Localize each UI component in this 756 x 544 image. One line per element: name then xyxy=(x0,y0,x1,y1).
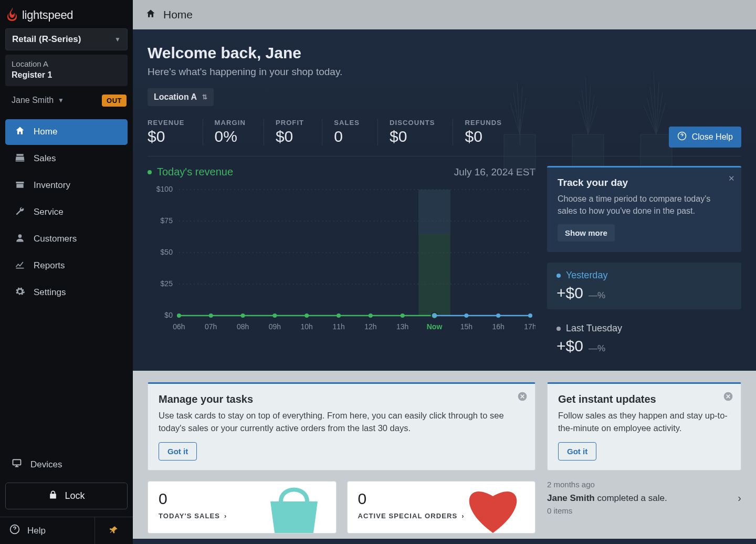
close-icon[interactable] xyxy=(517,391,528,404)
kpi-value: $0 xyxy=(148,128,185,145)
kpi-discounts: DISCOUNTS $0 xyxy=(390,119,453,145)
nav-label: Home xyxy=(34,127,57,137)
sort-icon: ⇅ xyxy=(202,93,207,101)
help-label: Help xyxy=(27,526,46,536)
close-icon[interactable] xyxy=(723,391,733,404)
close-icon[interactable]: ✕ xyxy=(728,174,735,183)
svg-text:08h: 08h xyxy=(237,322,249,331)
svg-point-24 xyxy=(337,313,341,318)
compare-label: Last Tuesday xyxy=(566,323,622,334)
chart-icon xyxy=(15,259,25,273)
kpi-value: 0 xyxy=(334,128,360,145)
svg-point-26 xyxy=(401,313,405,318)
bag-illustration xyxy=(252,482,336,533)
location-filter[interactable]: Location A ⇅ xyxy=(148,88,214,106)
clock-status-badge[interactable]: OUT xyxy=(102,95,127,107)
activity-text: Jane Smith completed a sale. xyxy=(547,493,667,504)
nav-service[interactable]: Service xyxy=(5,200,128,225)
track-your-day-tip: ✕ Track your day Choose a time period to… xyxy=(547,166,741,252)
card-title: Manage your tasks xyxy=(159,393,524,405)
pin-button[interactable] xyxy=(95,517,133,544)
nav-label: Service xyxy=(34,207,64,217)
person-icon xyxy=(15,233,25,246)
svg-text:$50: $50 xyxy=(161,248,173,256)
kpi-value: 0% xyxy=(215,128,246,145)
legend-dot-icon xyxy=(148,170,152,174)
location-register-card[interactable]: Location A Register 1 xyxy=(5,55,128,86)
question-icon xyxy=(677,131,687,143)
sidebar: lightspeed Retail (R-Series) ▼ Location … xyxy=(0,0,133,544)
nav-reports[interactable]: Reports xyxy=(5,253,128,279)
manage-tasks-card: Manage your tasks Use task cards to stay… xyxy=(148,382,536,470)
caret-down-icon: ▼ xyxy=(114,36,121,43)
user-row: Jane Smith ▼ OUT xyxy=(0,86,133,115)
user-name-label: Jane Smith xyxy=(12,96,54,105)
tip-title: Track your day xyxy=(558,177,731,189)
main: Home Welcome back, Jane Here's what's ha… xyxy=(133,0,756,544)
lower-left-column: Manage your tasks Use task cards to stay… xyxy=(148,382,536,527)
nav-label: Inventory xyxy=(34,180,70,191)
activity-item[interactable]: 2 months ago Jane Smith completed a sale… xyxy=(547,480,741,515)
nav-devices[interactable]: Devices xyxy=(0,451,133,478)
got-it-button[interactable]: Got it xyxy=(159,442,197,461)
close-help-button[interactable]: Close Help xyxy=(669,127,741,148)
kpi-profit: PROFIT $0 xyxy=(276,119,322,145)
instant-updates-card: Get instant updates Follow sales as they… xyxy=(547,382,741,470)
chevron-right-icon: › xyxy=(224,512,227,520)
kpi-label: PROFIT xyxy=(276,119,304,127)
user-menu[interactable]: Jane Smith ▼ xyxy=(12,96,64,105)
content: Welcome back, Jane Here's what's happeni… xyxy=(133,29,756,544)
card-title: Get instant updates xyxy=(558,393,730,405)
nav-home[interactable]: Home xyxy=(5,119,128,145)
activity-time: 2 months ago xyxy=(547,480,741,489)
nav-settings[interactable]: Settings xyxy=(5,280,128,306)
legend-dot-icon xyxy=(556,327,561,331)
breadcrumb-bar: Home xyxy=(133,0,756,29)
active-special-orders-card[interactable]: 0 ACTIVE SPECIAL ORDERS › xyxy=(347,481,536,533)
compare-yesterday[interactable]: Yesterday +$0 —% xyxy=(547,263,741,309)
product-selector-label: Retail (R-Series) xyxy=(12,34,81,45)
got-it-button[interactable]: Got it xyxy=(558,442,596,461)
svg-rect-17 xyxy=(418,234,450,316)
svg-text:$75: $75 xyxy=(161,216,173,225)
svg-point-29 xyxy=(464,313,468,318)
compare-label: Yesterday xyxy=(566,270,607,281)
svg-point-23 xyxy=(304,313,309,318)
svg-text:07h: 07h xyxy=(205,322,217,331)
wrench-icon xyxy=(15,206,25,219)
svg-point-19 xyxy=(177,313,181,318)
tip-body: Choose a time period to compare today's … xyxy=(558,193,731,217)
gear-icon xyxy=(15,286,25,299)
svg-point-25 xyxy=(369,313,373,318)
kpi-label: REFUNDS xyxy=(465,119,502,127)
chart-legend: Today's revenue xyxy=(148,166,233,178)
compare-value: +$0 xyxy=(556,337,583,355)
caret-down-icon: ▼ xyxy=(58,97,64,104)
todays-sales-card[interactable]: 0 TODAY'S SALES › xyxy=(148,481,337,533)
home-icon xyxy=(145,8,156,22)
kpi-value: $0 xyxy=(390,128,435,145)
lock-button[interactable]: Lock xyxy=(5,483,128,509)
compare-pct: —% xyxy=(589,290,605,301)
breadcrumb-label: Home xyxy=(163,8,193,21)
svg-point-21 xyxy=(241,313,245,318)
summary-label: TODAY'S SALES xyxy=(159,512,220,520)
compare-last-tuesday[interactable]: Last Tuesday +$0 —% xyxy=(547,320,741,358)
nav-inventory[interactable]: Inventory xyxy=(5,173,128,198)
show-more-button[interactable]: Show more xyxy=(558,224,615,242)
kpi-label: REVENUE xyxy=(148,119,185,127)
help-button[interactable]: Help xyxy=(0,517,95,544)
product-selector[interactable]: Retail (R-Series) ▼ xyxy=(5,28,128,50)
chart-sidebar: ✕ Track your day Choose a time period to… xyxy=(547,166,741,358)
revenue-chart[interactable]: $0$25$50$75$10006h07h08h09h10h11h12h13hN… xyxy=(148,184,536,337)
svg-text:06h: 06h xyxy=(173,322,185,331)
lower-section: Manage your tasks Use task cards to stay… xyxy=(133,371,756,539)
question-icon xyxy=(9,524,20,537)
svg-point-0 xyxy=(18,234,22,238)
nav-sales[interactable]: Sales xyxy=(5,146,128,172)
heart-illustration xyxy=(451,482,535,533)
svg-text:15h: 15h xyxy=(460,322,472,331)
kpi-value: $0 xyxy=(465,128,502,145)
nav-customers[interactable]: Customers xyxy=(5,226,128,252)
svg-rect-18 xyxy=(418,190,450,234)
